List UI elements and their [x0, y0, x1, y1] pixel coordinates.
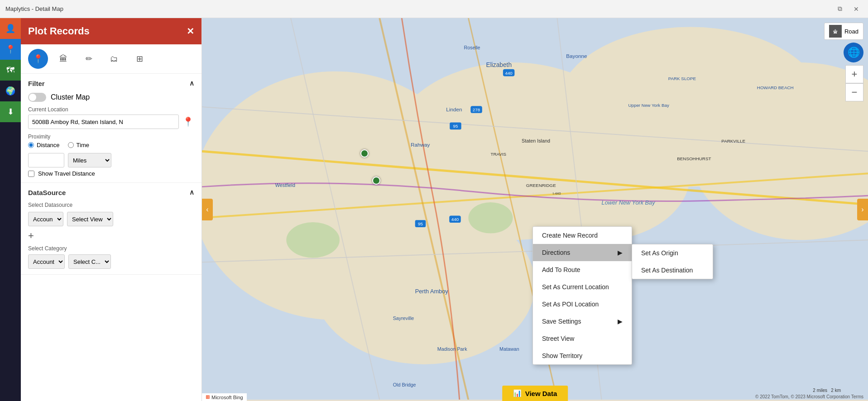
svg-text:I-440: I-440 — [553, 191, 561, 196]
map-marker-1[interactable] — [372, 177, 380, 185]
context-create-new-record[interactable]: Create New Record — [533, 227, 632, 244]
distance-radio[interactable] — [28, 142, 34, 148]
scale-miles: 2 miles — [813, 388, 827, 393]
svg-text:Perth Amboy: Perth Amboy — [415, 288, 449, 295]
svg-text:95: 95 — [453, 124, 458, 129]
filter-label: Filter — [28, 80, 45, 87]
context-set-poi-location[interactable]: Set As POI Location — [533, 296, 632, 313]
svg-text:Old Bridge: Old Bridge — [393, 382, 416, 387]
svg-text:Elizabeth: Elizabeth — [486, 62, 512, 68]
sidebar-item-person[interactable]: 👤 — [0, 18, 21, 39]
map-scale: 2 miles 2 km — [813, 388, 841, 393]
context-add-to-route[interactable]: Add To Route — [533, 261, 632, 278]
proximity-label: Proximity — [28, 134, 194, 140]
panel-close-button[interactable]: ✕ — [187, 26, 194, 37]
svg-text:Lower New York Bay: Lower New York Bay — [602, 199, 656, 206]
svg-text:Westfield: Westfield — [275, 182, 295, 188]
svg-text:Linden: Linden — [446, 106, 462, 112]
context-save-settings[interactable]: Save Settings ▶ — [533, 313, 632, 330]
category-view-select[interactable]: Select C... — [68, 254, 111, 269]
datasource-label: DataSource — [28, 189, 66, 196]
cluster-map-row: Cluster Map — [28, 93, 194, 102]
sidebar-item-map[interactable]: 🗺 — [0, 60, 21, 81]
add-to-route-label: Add To Route — [542, 266, 580, 273]
datasource-section-header[interactable]: DataSource ∧ — [28, 188, 194, 196]
distance-row: Miles Kilometers — [28, 153, 194, 167]
distance-unit-select[interactable]: Miles Kilometers — [68, 153, 111, 167]
datasource-select[interactable]: Accoun — [28, 212, 63, 226]
category-row: Account Select C... — [28, 254, 194, 269]
panel-icon-edit[interactable]: ✏ — [79, 49, 99, 69]
svg-point-15 — [286, 222, 340, 258]
map-area[interactable]: Elizabeth Linden Rahway Staten Island Ba… — [202, 18, 868, 401]
set-as-origin-label: Set As Origin — [641, 249, 678, 257]
proximity-radio-row: Distance Time — [28, 142, 194, 148]
view-data-bar[interactable]: 📊 View Data — [502, 386, 568, 401]
context-set-current-location[interactable]: Set As Current Location — [533, 278, 632, 296]
globe-button[interactable]: 🌐 — [844, 43, 863, 62]
sidebar-item-location[interactable]: 📍 — [0, 39, 21, 60]
time-radio[interactable] — [68, 142, 74, 148]
zoom-out-button[interactable]: − — [845, 83, 863, 101]
set-as-destination-label: Set As Destination — [641, 267, 693, 274]
show-territory-label: Show Territory — [542, 352, 582, 359]
zoom-in-button[interactable]: + — [845, 65, 863, 83]
context-directions[interactable]: Directions ▶ Set As Origin Set As Destin… — [533, 244, 632, 261]
road-label: Road — [844, 28, 858, 35]
distance-input[interactable] — [28, 153, 64, 167]
panel-icon-grid[interactable]: ⊞ — [129, 49, 149, 69]
filter-section-header[interactable]: Filter ∧ — [28, 79, 194, 87]
time-radio-label[interactable]: Time — [68, 142, 89, 148]
filter-collapse-icon: ∧ — [189, 79, 194, 87]
restore-button[interactable]: ⧉ — [834, 3, 846, 15]
panel-header: Plot Records ✕ — [21, 18, 201, 44]
set-current-location-label: Set As Current Location — [542, 283, 609, 291]
titlebar: Maplytics - Detail Map ⧉ ✕ — [0, 0, 868, 18]
map-marker-2[interactable] — [360, 149, 369, 158]
context-show-territory[interactable]: Show Territory — [533, 347, 632, 364]
svg-text:440: 440 — [505, 71, 513, 76]
distance-radio-label[interactable]: Distance — [28, 142, 60, 148]
location-pin-icon[interactable]: 📍 — [182, 115, 194, 128]
zoom-controls: + − — [845, 65, 863, 101]
panel-title: Plot Records — [28, 25, 90, 37]
svg-text:Roselle: Roselle — [464, 45, 480, 50]
svg-text:PARKVILLE: PARKVILLE — [721, 138, 745, 143]
set-as-origin-item[interactable]: Set As Origin — [632, 244, 713, 262]
filter-section: Filter ∧ Cluster Map Current Location 📍 … — [21, 74, 201, 183]
svg-text:TRAVIS: TRAVIS — [490, 152, 506, 157]
main-layout: 👤 📍 🗺 🌍 ⬇ Plot Records ✕ 📍 🏛 ✏ 🗂 ⊞ Filte… — [0, 18, 868, 401]
sidebar-item-territory[interactable]: 🌍 — [0, 81, 21, 101]
travel-distance-row: Show Travel Distance — [28, 170, 194, 177]
panel-icon-plot[interactable]: 📍 — [28, 49, 48, 69]
show-travel-distance-checkbox[interactable] — [28, 171, 34, 177]
category-select[interactable]: Account — [28, 254, 65, 269]
ms-bing-logo: ⊞ Microsoft Bing — [202, 393, 247, 401]
current-location-group: Current Location 📍 — [28, 106, 194, 129]
panel-icon-layer[interactable]: 🗂 — [104, 49, 124, 69]
ms-logo-icon: ⊞ — [206, 394, 210, 400]
svg-text:BENSОНHURST: BENSОНHURST — [677, 156, 711, 161]
current-location-input[interactable] — [28, 115, 179, 129]
svg-text:Matawan: Matawan — [499, 346, 519, 352]
context-street-view[interactable]: Street View — [533, 330, 632, 347]
svg-text:GREENRIDGE: GREENRIDGE — [526, 183, 556, 188]
set-as-destination-item[interactable]: Set As Destination — [632, 262, 713, 279]
map-collapse-arrow[interactable]: ‹ — [202, 199, 213, 220]
map-top-right-controls: 🛣 Road 🌐 + − — [824, 23, 863, 101]
svg-text:Bayonne: Bayonne — [566, 53, 587, 59]
cluster-map-toggle[interactable] — [28, 93, 46, 102]
sidebar-item-download[interactable]: ⬇ — [0, 101, 21, 122]
panel-icon-landmark[interactable]: 🏛 — [53, 49, 73, 69]
map-copyright: © 2022 TomTom, © 2023 Microsoft Corporat… — [755, 394, 863, 399]
select-datasource-label: Select Datasource — [28, 202, 194, 208]
map-next-arrow[interactable]: › — [857, 199, 868, 220]
scale-km: 2 km — [831, 388, 841, 393]
close-button[interactable]: ✕ — [850, 3, 863, 15]
distance-label-text: Distance — [37, 142, 60, 148]
add-datasource-button[interactable]: + — [28, 230, 194, 242]
directions-arrow: ▶ — [618, 249, 623, 256]
panel: Plot Records ✕ 📍 🏛 ✏ 🗂 ⊞ Filter ∧ Cluste… — [21, 18, 202, 401]
road-view-button[interactable]: 🛣 Road — [824, 23, 863, 40]
view-select[interactable]: Select View — [67, 212, 113, 226]
